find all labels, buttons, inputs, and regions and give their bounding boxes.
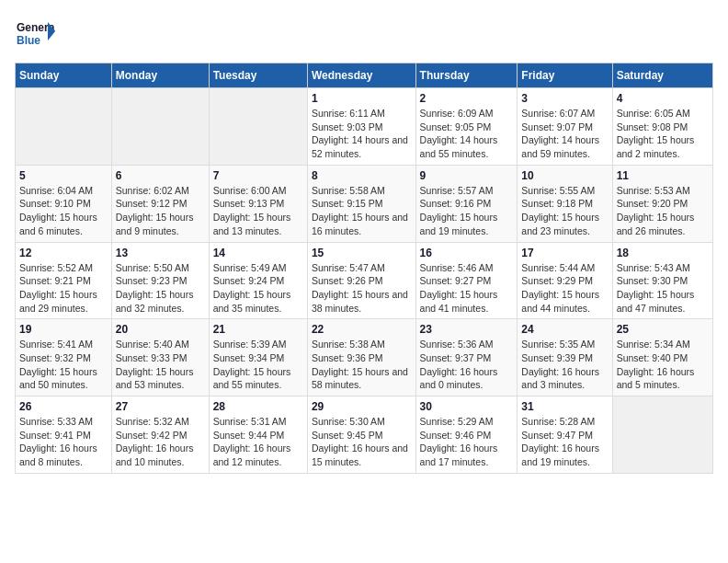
day-cell: 24Sunrise: 5:35 AMSunset: 9:39 PMDayligh… [518, 319, 612, 396]
week-row-1: 1Sunrise: 6:11 AMSunset: 9:03 PMDaylight… [16, 88, 713, 166]
day-cell: 22Sunrise: 5:38 AMSunset: 9:36 PMDayligh… [307, 319, 415, 396]
day-info: Sunrise: 5:32 AMSunset: 9:42 PMDaylight:… [116, 415, 205, 469]
day-number: 19 [19, 323, 108, 336]
day-info: Sunrise: 6:07 AMSunset: 9:07 PMDaylight:… [521, 107, 608, 161]
day-number: 22 [312, 323, 412, 336]
day-number: 23 [420, 323, 514, 336]
day-cell: 31Sunrise: 5:28 AMSunset: 9:47 PMDayligh… [518, 396, 612, 474]
week-row-5: 26Sunrise: 5:33 AMSunset: 9:41 PMDayligh… [16, 396, 713, 474]
day-cell: 14Sunrise: 5:49 AMSunset: 9:24 PMDayligh… [209, 242, 307, 319]
day-info: Sunrise: 5:31 AMSunset: 9:44 PMDaylight:… [213, 415, 303, 469]
page-header: General Blue [15, 15, 713, 55]
day-number: 10 [521, 169, 608, 182]
day-number: 24 [521, 323, 608, 336]
day-number: 7 [213, 169, 303, 182]
col-header-saturday: Saturday [612, 63, 712, 88]
day-cell: 21Sunrise: 5:39 AMSunset: 9:34 PMDayligh… [209, 319, 307, 396]
day-cell: 17Sunrise: 5:44 AMSunset: 9:29 PMDayligh… [518, 242, 612, 319]
day-cell: 15Sunrise: 5:47 AMSunset: 9:26 PMDayligh… [307, 242, 415, 319]
day-cell: 30Sunrise: 5:29 AMSunset: 9:46 PMDayligh… [415, 396, 518, 474]
day-info: Sunrise: 5:46 AMSunset: 9:27 PMDaylight:… [420, 261, 514, 316]
day-info: Sunrise: 6:02 AMSunset: 9:12 PMDaylight:… [116, 184, 205, 238]
day-cell: 27Sunrise: 5:32 AMSunset: 9:42 PMDayligh… [111, 396, 209, 474]
day-cell [209, 88, 307, 166]
day-number: 12 [19, 247, 108, 259]
col-header-wednesday: Wednesday [307, 63, 415, 88]
day-cell: 8Sunrise: 5:58 AMSunset: 9:15 PMDaylight… [307, 165, 415, 242]
day-cell: 5Sunrise: 6:04 AMSunset: 9:10 PMDaylight… [16, 165, 112, 242]
day-number: 4 [617, 92, 709, 105]
day-number: 15 [312, 247, 412, 259]
day-number: 3 [521, 92, 608, 105]
day-number: 2 [420, 92, 514, 105]
day-info: Sunrise: 5:35 AMSunset: 9:39 PMDaylight:… [521, 338, 608, 392]
day-number: 21 [213, 323, 303, 336]
day-info: Sunrise: 5:30 AMSunset: 9:45 PMDaylight:… [312, 415, 412, 469]
col-header-monday: Monday [111, 63, 209, 88]
day-info: Sunrise: 6:04 AMSunset: 9:10 PMDaylight:… [19, 184, 108, 238]
day-number: 25 [617, 323, 709, 336]
day-info: Sunrise: 5:36 AMSunset: 9:37 PMDaylight:… [420, 338, 514, 392]
day-cell: 18Sunrise: 5:43 AMSunset: 9:30 PMDayligh… [612, 242, 712, 319]
day-number: 5 [19, 169, 108, 182]
day-info: Sunrise: 5:33 AMSunset: 9:41 PMDaylight:… [19, 415, 108, 469]
col-header-sunday: Sunday [16, 63, 112, 88]
day-number: 29 [312, 400, 412, 413]
day-info: Sunrise: 6:05 AMSunset: 9:08 PMDaylight:… [617, 107, 709, 161]
day-number: 28 [213, 400, 303, 413]
calendar-table: SundayMondayTuesdayWednesdayThursdayFrid… [15, 63, 713, 474]
day-cell: 13Sunrise: 5:50 AMSunset: 9:23 PMDayligh… [111, 242, 209, 319]
day-number: 16 [420, 247, 514, 259]
day-info: Sunrise: 5:50 AMSunset: 9:23 PMDaylight:… [116, 261, 205, 316]
day-info: Sunrise: 5:40 AMSunset: 9:33 PMDaylight:… [116, 338, 205, 392]
day-info: Sunrise: 6:11 AMSunset: 9:03 PMDaylight:… [312, 107, 412, 161]
day-info: Sunrise: 5:44 AMSunset: 9:29 PMDaylight:… [521, 261, 608, 316]
day-number: 27 [116, 400, 205, 413]
day-number: 9 [420, 169, 514, 182]
day-cell: 1Sunrise: 6:11 AMSunset: 9:03 PMDaylight… [307, 88, 415, 166]
day-cell: 26Sunrise: 5:33 AMSunset: 9:41 PMDayligh… [16, 396, 112, 474]
day-info: Sunrise: 5:28 AMSunset: 9:47 PMDaylight:… [521, 415, 608, 469]
day-number: 11 [617, 169, 709, 182]
day-info: Sunrise: 5:38 AMSunset: 9:36 PMDaylight:… [312, 338, 412, 392]
day-info: Sunrise: 5:39 AMSunset: 9:34 PMDaylight:… [213, 338, 303, 392]
day-cell [612, 396, 712, 474]
day-number: 8 [312, 169, 412, 182]
day-number: 18 [617, 247, 709, 259]
day-cell: 4Sunrise: 6:05 AMSunset: 9:08 PMDaylight… [612, 88, 712, 166]
week-row-2: 5Sunrise: 6:04 AMSunset: 9:10 PMDaylight… [16, 165, 713, 242]
day-cell: 11Sunrise: 5:53 AMSunset: 9:20 PMDayligh… [612, 165, 712, 242]
day-number: 13 [116, 247, 205, 259]
day-info: Sunrise: 5:41 AMSunset: 9:32 PMDaylight:… [19, 338, 108, 392]
day-cell: 29Sunrise: 5:30 AMSunset: 9:45 PMDayligh… [307, 396, 415, 474]
col-header-thursday: Thursday [415, 63, 518, 88]
day-cell: 2Sunrise: 6:09 AMSunset: 9:05 PMDaylight… [415, 88, 518, 166]
day-number: 30 [420, 400, 514, 413]
week-row-4: 19Sunrise: 5:41 AMSunset: 9:32 PMDayligh… [16, 319, 713, 396]
day-cell: 28Sunrise: 5:31 AMSunset: 9:44 PMDayligh… [209, 396, 307, 474]
day-info: Sunrise: 5:34 AMSunset: 9:40 PMDaylight:… [617, 338, 709, 392]
day-cell: 10Sunrise: 5:55 AMSunset: 9:18 PMDayligh… [518, 165, 612, 242]
day-cell [16, 88, 112, 166]
col-header-friday: Friday [518, 63, 612, 88]
day-cell: 9Sunrise: 5:57 AMSunset: 9:16 PMDaylight… [415, 165, 518, 242]
day-cell: 7Sunrise: 6:00 AMSunset: 9:13 PMDaylight… [209, 165, 307, 242]
day-cell: 23Sunrise: 5:36 AMSunset: 9:37 PMDayligh… [415, 319, 518, 396]
day-cell: 19Sunrise: 5:41 AMSunset: 9:32 PMDayligh… [16, 319, 112, 396]
day-info: Sunrise: 5:43 AMSunset: 9:30 PMDaylight:… [617, 261, 709, 316]
day-info: Sunrise: 5:52 AMSunset: 9:21 PMDaylight:… [19, 261, 108, 316]
day-cell [111, 88, 209, 166]
day-info: Sunrise: 5:29 AMSunset: 9:46 PMDaylight:… [420, 415, 514, 469]
day-number: 26 [19, 400, 108, 413]
col-header-tuesday: Tuesday [209, 63, 307, 88]
day-cell: 20Sunrise: 5:40 AMSunset: 9:33 PMDayligh… [111, 319, 209, 396]
day-number: 1 [312, 92, 412, 105]
week-row-3: 12Sunrise: 5:52 AMSunset: 9:21 PMDayligh… [16, 242, 713, 319]
day-cell: 25Sunrise: 5:34 AMSunset: 9:40 PMDayligh… [612, 319, 712, 396]
day-number: 31 [521, 400, 608, 413]
day-info: Sunrise: 5:57 AMSunset: 9:16 PMDaylight:… [420, 184, 514, 238]
day-number: 14 [213, 247, 303, 259]
svg-text:Blue: Blue [17, 34, 40, 47]
day-number: 20 [116, 323, 205, 336]
day-cell: 16Sunrise: 5:46 AMSunset: 9:27 PMDayligh… [415, 242, 518, 319]
